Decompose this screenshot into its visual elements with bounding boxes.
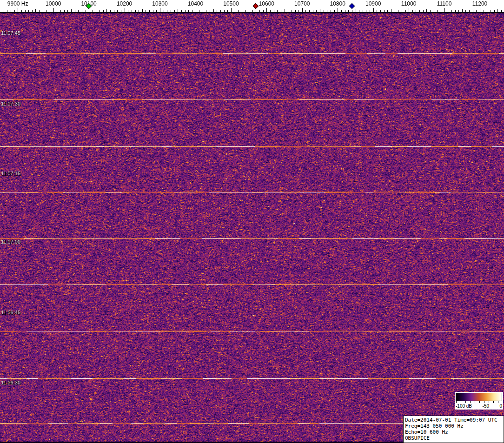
ruler-minor-tick [465,10,466,12]
ruler-minor-tick [245,10,246,12]
ruler-minor-tick [484,10,484,12]
color-scale-gradient [456,393,502,401]
freq-tick-label: 10300 [152,0,167,7]
ruler-minor-tick [458,10,459,12]
ruler-minor-tick [178,9,178,12]
ruler-minor-tick [501,10,502,12]
ruler-minor-tick [149,10,150,12]
ruler-minor-tick [309,10,310,12]
ruler-minor-tick [437,10,438,12]
ruler-minor-tick [14,10,15,12]
ruler-minor-tick [210,10,210,12]
ruler-minor-tick [35,9,36,12]
freq-tick-label: 10700 [294,0,310,7]
ruler-minor-tick [441,10,441,12]
ruler-minor-tick [448,10,448,12]
ruler-minor-tick [78,10,79,12]
ruler-minor-tick [192,10,192,12]
ruler-minor-tick [259,10,260,12]
ruler-minor-tick [327,10,327,12]
ruler-minor-tick [462,9,463,12]
ruler-minor-tick [199,10,199,12]
spectrogram-app: 9900 Hz100001010010200103001040010500106… [0,0,504,443]
ruler-minor-tick [4,10,4,12]
ruler-minor-tick [188,10,189,12]
ruler-minor-tick [128,10,128,12]
ruler-minor-tick [71,9,72,12]
ruler-minor-tick [281,10,281,12]
ruler-minor-tick [25,10,26,12]
info-observer: OBSUPICE [405,435,502,441]
ruler-minor-tick [252,10,253,12]
ruler-major-tick [18,8,18,12]
ruler-minor-tick [146,10,146,12]
freq-tick-label: 10000 [46,0,61,7]
freq-tick-label: 9900 Hz [7,0,28,7]
ruler-minor-tick [60,10,61,12]
ruler-minor-tick [348,10,349,12]
ruler-major-tick [480,8,480,12]
legend-min-label: -100 dB [456,403,472,409]
ruler-minor-tick [270,10,271,12]
color-scale-ticks [456,401,502,403]
ruler-minor-tick [434,10,434,12]
spectrogram-waterfall[interactable] [0,13,504,443]
ruler-minor-tick [426,9,427,12]
blue-marker-icon[interactable] [349,3,355,9]
ruler-minor-tick [43,10,43,12]
ruler-minor-tick [305,10,306,12]
ruler-minor-tick [285,9,285,12]
ruler-minor-tick [117,10,118,12]
ruler-minor-tick [356,9,356,12]
ruler-minor-tick [121,10,121,12]
ruler-minor-tick [469,10,470,12]
ruler-minor-tick [185,10,186,12]
ruler-minor-tick [227,10,228,12]
ruler-minor-tick [171,10,171,12]
ruler-minor-tick [11,10,11,12]
ruler-major-tick [444,8,445,12]
ruler-major-tick [160,8,160,12]
ruler-minor-tick [476,10,477,12]
ruler-minor-tick [75,10,75,12]
ruler-minor-tick [292,10,292,12]
ruler-minor-tick [249,9,249,12]
freq-tick-label: 11200 [472,0,487,7]
freq-tick-label: 10800 [330,0,345,7]
ruler-major-tick [373,8,374,12]
ruler-minor-tick [277,10,278,12]
ruler-minor-tick [153,10,153,12]
ruler-major-tick [338,8,338,12]
ruler-minor-tick [455,10,456,12]
info-echo-frequency: Echo=10 600 Hz [405,429,502,435]
ruler-minor-tick [331,10,331,12]
ruler-minor-tick [398,10,398,12]
ruler-minor-tick [288,10,288,12]
ruler-minor-tick [93,10,93,12]
ruler-minor-tick [487,10,487,12]
legend-mid-label: -50 [483,403,489,409]
ruler-minor-tick [181,10,182,12]
ruler-minor-tick [32,10,33,12]
ruler-minor-tick [320,9,320,12]
ruler-minor-tick [341,10,342,12]
ruler-minor-tick [316,10,317,12]
legend-max-label: 0 [499,403,502,409]
red-marker-icon[interactable] [253,3,259,9]
ruler-minor-tick [298,10,299,12]
ruler-minor-tick [103,10,104,12]
ruler-minor-tick [28,10,29,12]
ruler-minor-tick [494,10,495,12]
ruler-minor-tick [363,10,363,12]
ruler-minor-tick [39,10,40,12]
ruler-minor-tick [395,10,395,12]
ruler-major-tick [302,8,303,12]
frequency-ruler[interactable]: 9900 Hz100001010010200103001040010500106… [0,0,504,13]
freq-tick-label: 10900 [365,0,381,7]
ruler-minor-tick [370,10,370,12]
freq-tick-label: 11000 [401,0,416,7]
ruler-minor-tick [359,10,359,12]
ruler-minor-tick [405,10,406,12]
info-date-time: Date=2014-07-01 Time=09:07 UTC [405,417,502,423]
ruler-minor-tick [384,10,385,12]
